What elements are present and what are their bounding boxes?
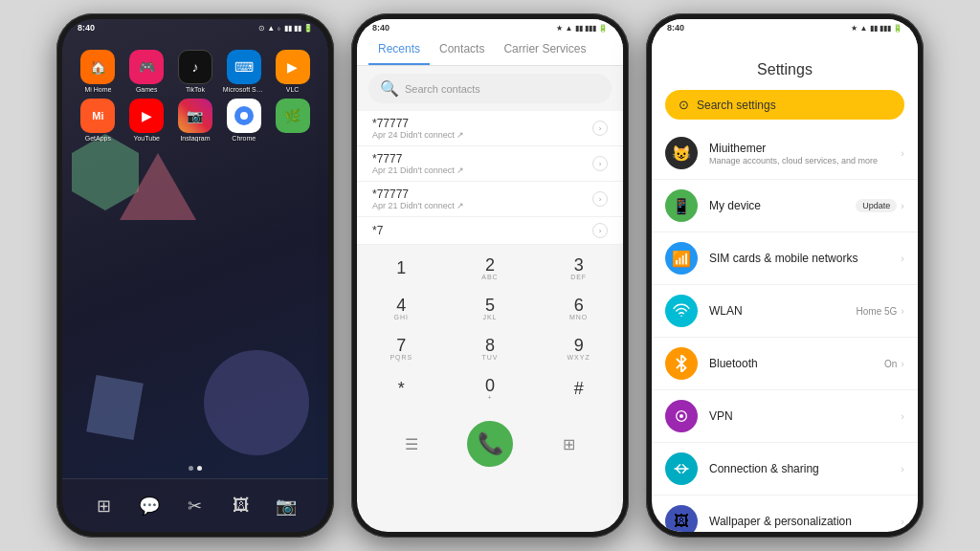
- phone-3: 8:40 ★ ▲ ▮▮ ▮▮▮ 🔋 Settings ⊙ Search sett…: [646, 13, 924, 538]
- dialpad-key-4[interactable]: 4 GHI: [372, 289, 430, 327]
- wlan-content: WLAN: [709, 304, 845, 318]
- dialpad-digit-4: 4: [396, 297, 406, 314]
- dialpad-key-0[interactable]: 0 +: [461, 369, 519, 408]
- app-icon-getapps: Mi: [80, 99, 115, 133]
- app-mi-home[interactable]: 🏠 Mi Home: [75, 50, 121, 93]
- app-icon-youtube: ▶: [129, 99, 164, 133]
- status-icons-1: ⊙ ▲ ⬨ ▮▮ ▮▮ 🔋: [258, 24, 313, 33]
- connection-icon: [665, 452, 698, 485]
- settings-item-miuithemer[interactable]: 😺 Miuithemer Manage accounts, cloud serv…: [652, 127, 918, 180]
- vpn-content: VPN: [709, 409, 889, 423]
- recent-call-num-2: *7777: [372, 152, 592, 165]
- svg-point-1: [240, 112, 248, 120]
- app-label-getapps: GetApps: [85, 135, 111, 142]
- connection-title: Connection & sharing: [709, 462, 889, 475]
- dialpad-digit-hash: #: [574, 380, 584, 397]
- settings-item-wlan[interactable]: WLAN Home 5G ›: [652, 285, 918, 338]
- dialpad-row-2: 4 GHI 5 JKL 6 MNO: [357, 289, 623, 327]
- status-icons-3: ★ ▲ ▮▮ ▮▮▮ 🔋: [851, 24, 902, 33]
- app-icon-games: 🎮: [129, 50, 164, 84]
- recent-call-arrow-4[interactable]: ›: [592, 223, 608, 238]
- app-icon-vlc: ▶: [276, 50, 310, 84]
- settings-item-my-device[interactable]: 📱 My device Update ›: [652, 180, 918, 232]
- dock-gallery-icon[interactable]: 🖼: [226, 491, 256, 521]
- settings-item-bluetooth[interactable]: Bluetooth On ›: [652, 338, 918, 390]
- app-swiftkey[interactable]: ⌨ Microsoft SwiftKey: [221, 50, 267, 93]
- dialpad-key-8[interactable]: 8 TUV: [461, 329, 519, 367]
- dialpad-key-star[interactable]: *: [372, 369, 430, 408]
- tab-contacts[interactable]: Contacts: [430, 34, 494, 65]
- dialpad-digit-9: 9: [574, 337, 584, 354]
- recent-call-arrow-3[interactable]: ›: [592, 191, 608, 207]
- update-badge: Update: [856, 199, 897, 212]
- sim-icon: 📶: [665, 242, 698, 275]
- app-label-games: Games: [136, 86, 158, 93]
- dock-camera-icon[interactable]: 📷: [271, 491, 301, 521]
- contact-search-bar[interactable]: 🔍 Search contacts: [368, 74, 612, 103]
- dialpad-key-9[interactable]: 9 WXYZ: [550, 329, 608, 367]
- dialer-menu-icon[interactable]: ☰: [396, 429, 427, 459]
- dialpad-key-5[interactable]: 5 JKL: [461, 289, 519, 327]
- geo-shape-triangle: [120, 153, 196, 220]
- dialpad-key-hash[interactable]: #: [550, 369, 608, 408]
- recent-call-2[interactable]: *7777 Apr 21 Didn't connect ↗ ›: [357, 146, 623, 182]
- settings-screen: 8:40 ★ ▲ ▮▮ ▮▮▮ 🔋 Settings ⊙ Search sett…: [652, 19, 918, 532]
- wlan-status: Home 5G: [857, 306, 898, 317]
- settings-item-wallpaper[interactable]: 🖼 Wallpaper & personalization ›: [652, 496, 918, 532]
- wallpaper-content: Wallpaper & personalization: [709, 515, 889, 528]
- search-settings-bar[interactable]: ⊙ Search settings: [665, 90, 904, 120]
- dialpad-letters-6: MNO: [569, 314, 588, 320]
- search-placeholder: Search contacts: [405, 83, 480, 95]
- dialpad-key-1[interactable]: 1: [372, 249, 430, 287]
- app-vlc[interactable]: ▶ VLC: [270, 50, 316, 93]
- recent-call-arrow-1[interactable]: ›: [592, 121, 608, 136]
- settings-item-vpn[interactable]: VPN ›: [652, 390, 918, 443]
- miuithemer-title: Miuithemer: [709, 142, 889, 155]
- app-chrome[interactable]: Chrome: [221, 99, 267, 142]
- dialer-dialpad-icon[interactable]: ⊞: [553, 429, 584, 459]
- home-dock: ⊞ 💬 ✂ 🖼 📷: [62, 478, 328, 532]
- dialpad-key-2[interactable]: 2 ABC: [461, 249, 519, 287]
- app-getapps[interactable]: Mi GetApps: [75, 99, 121, 142]
- call-button[interactable]: 📞: [467, 421, 513, 467]
- recent-call-4[interactable]: *7 ›: [357, 217, 623, 245]
- recent-call-info-2: *7777 Apr 21 Didn't connect ↗: [372, 152, 592, 175]
- dialpad-letters-8: TUV: [481, 354, 498, 361]
- app-label-vlc: VLC: [286, 86, 300, 93]
- sim-right: ›: [901, 253, 904, 264]
- app-tiktok[interactable]: ♪ TikTok: [172, 50, 218, 93]
- recent-call-detail-1: Apr 24 Didn't connect ↗: [372, 130, 592, 140]
- app-youtube[interactable]: ▶ YouTube: [123, 99, 169, 142]
- recent-call-1[interactable]: *77777 Apr 24 Didn't connect ↗ ›: [357, 111, 623, 146]
- recent-call-arrow-2[interactable]: ›: [592, 156, 608, 171]
- dialpad-letters-0: +: [487, 394, 492, 401]
- dialpad-digit-5: 5: [485, 297, 495, 314]
- dock-apps-icon[interactable]: ⊞: [89, 491, 120, 521]
- settings-item-sim[interactable]: 📶 SIM cards & mobile networks ›: [652, 232, 918, 285]
- app-label-tiktok: TikTok: [186, 86, 205, 93]
- dock-messages-icon[interactable]: 💬: [134, 491, 165, 521]
- search-icon: 🔍: [380, 79, 399, 98]
- dialpad-key-3[interactable]: 3 DEF: [550, 249, 608, 287]
- settings-item-connection[interactable]: Connection & sharing ›: [652, 443, 918, 496]
- dialpad-key-6[interactable]: 6 MNO: [550, 289, 608, 327]
- phones-container: 8:40 ⊙ ▲ ⬨ ▮▮ ▮▮ 🔋 🏠 Mi Home: [0, 0, 980, 551]
- dialpad-letters-2: ABC: [481, 274, 498, 280]
- dialpad-digit-2: 2: [485, 256, 495, 274]
- status-bar-3: 8:40 ★ ▲ ▮▮ ▮▮▮ 🔋: [652, 19, 918, 34]
- app-extra[interactable]: 🌿: [270, 99, 316, 142]
- app-instagram[interactable]: 📷 Instagram: [172, 99, 218, 142]
- recent-call-3[interactable]: *77777 Apr 21 Didn't connect ↗ ›: [357, 182, 623, 217]
- app-games[interactable]: 🎮 Games: [123, 50, 169, 93]
- tab-recents[interactable]: Recents: [368, 34, 430, 65]
- chevron-icon-vpn: ›: [901, 410, 904, 422]
- miuithemer-subtitle: Manage accounts, cloud services, and mor…: [709, 156, 889, 165]
- geo-shape-rect: [86, 375, 144, 440]
- recent-calls-list: *77777 Apr 24 Didn't connect ↗ › *7777 A…: [357, 111, 623, 245]
- tab-carrier-services[interactable]: Carrier Services: [494, 34, 595, 65]
- dock-tools-icon[interactable]: ✂: [180, 491, 211, 521]
- dialpad-letters-9: WXYZ: [568, 354, 590, 361]
- svg-point-3: [679, 414, 683, 418]
- dialpad-key-7[interactable]: 7 PQRS: [372, 329, 430, 367]
- status-time-1: 8:40: [78, 23, 95, 33]
